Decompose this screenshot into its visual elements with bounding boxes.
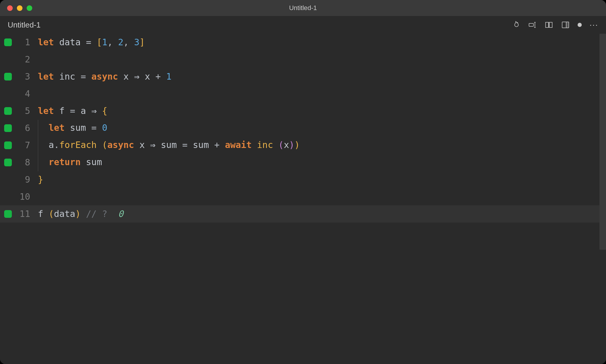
code-line[interactable]: 4 — [0, 85, 606, 102]
line-number: 2 — [14, 51, 38, 68]
quokka-inline-result: 0 — [118, 209, 123, 219]
code-line[interactable]: 1 let data = [1, 2, 3] — [0, 34, 606, 51]
breakpoint-icon[interactable] — [4, 159, 12, 166]
flame-icon[interactable] — [511, 20, 520, 29]
dirty-indicator-icon[interactable] — [578, 23, 582, 27]
line-number: 6 — [14, 120, 38, 137]
window-title: Untitled-1 — [0, 4, 606, 12]
code-line[interactable]: 9 } — [0, 171, 606, 188]
code-content: let sum = 0 — [38, 119, 107, 137]
line-number: 10 — [14, 188, 38, 205]
code-line[interactable]: 6 let sum = 0 — [0, 120, 606, 137]
zoom-window-button[interactable] — [27, 5, 32, 11]
minimap[interactable] — [599, 34, 606, 250]
split-editor-icon[interactable] — [561, 20, 570, 29]
line-number: 8 — [14, 154, 38, 171]
code-line[interactable]: 2 — [0, 51, 606, 68]
breakpoint-icon[interactable] — [4, 124, 12, 132]
more-actions-icon[interactable]: ··· — [589, 20, 598, 29]
line-number: 7 — [14, 137, 38, 154]
editor-window: Untitled-1 Untitled-1 ··· 1 — [0, 0, 606, 364]
line-number: 5 — [14, 102, 38, 120]
code-content: let data = [1, 2, 3] — [38, 34, 145, 51]
breakpoint-icon[interactable] — [4, 210, 12, 218]
code-content: } — [38, 171, 43, 188]
run-cursor-icon[interactable] — [528, 20, 537, 29]
close-window-button[interactable] — [7, 5, 13, 11]
line-number: 11 — [14, 205, 38, 223]
tab-label[interactable]: Untitled-1 — [8, 20, 41, 30]
line-number: 3 — [14, 68, 38, 85]
editor-actions: ··· — [511, 20, 598, 29]
code-line[interactable]: 10 — [0, 188, 606, 205]
tabbar: Untitled-1 ··· — [0, 16, 606, 34]
line-number: 9 — [14, 171, 38, 188]
code-line[interactable]: 11 f (data) // ? 0 — [0, 205, 606, 223]
code-content: return sum — [38, 154, 102, 171]
code-content: f (data) // ? 0 — [38, 205, 123, 223]
code-content: let f = a ⇒ { — [38, 102, 107, 120]
titlebar: Untitled-1 — [0, 0, 606, 16]
code-line[interactable]: 5 let f = a ⇒ { — [0, 102, 606, 120]
code-content: let inc = async x ⇒ x + 1 — [38, 68, 172, 85]
breakpoint-icon[interactable] — [4, 141, 12, 149]
code-line[interactable]: 7 a.forEach (async x ⇒ sum = sum + await… — [0, 137, 606, 154]
line-number: 1 — [14, 34, 38, 51]
breakpoint-icon[interactable] — [4, 107, 12, 115]
code-content: a.forEach (async x ⇒ sum = sum + await i… — [38, 136, 300, 154]
code-line[interactable]: 3 let inc = async x ⇒ x + 1 — [0, 68, 606, 85]
code-editor[interactable]: 1 let data = [1, 2, 3] 2 3 let inc = asy… — [0, 34, 606, 364]
minimize-window-button[interactable] — [17, 5, 22, 11]
traffic-lights — [7, 5, 32, 11]
breakpoint-icon[interactable] — [4, 73, 12, 80]
breakpoint-icon[interactable] — [4, 38, 12, 46]
code-line[interactable]: 8 return sum — [0, 154, 606, 171]
line-number: 4 — [14, 85, 38, 102]
svg-rect-0 — [529, 23, 534, 26]
book-icon[interactable] — [544, 20, 553, 29]
